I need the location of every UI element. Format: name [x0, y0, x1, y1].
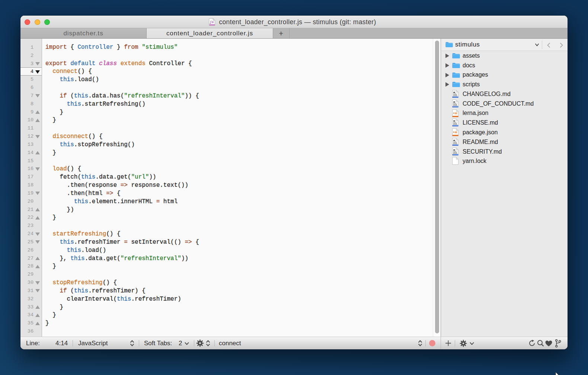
svg-text:js: js — [210, 20, 214, 24]
